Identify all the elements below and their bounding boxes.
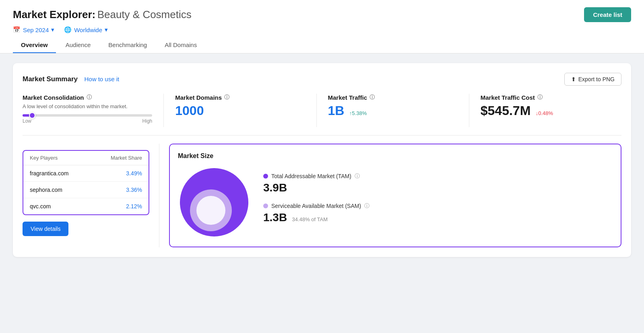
- market-traffic-cost-section: Market Traffic Cost ⓘ $545.7M ↓0.48%: [469, 94, 621, 127]
- cost-change: ↓0.48%: [536, 110, 553, 116]
- market-size-chart: [178, 166, 250, 238]
- tab-all-domains[interactable]: All Domains: [157, 37, 205, 53]
- key-players-section: Key Players Market Share fragrantica.com…: [23, 144, 159, 247]
- export-icon: ⬆: [571, 76, 576, 82]
- table-row: fragrantica.com 3.49%: [23, 165, 149, 182]
- market-domains-value: 1000: [175, 103, 305, 118]
- tab-audience[interactable]: Audience: [58, 37, 99, 53]
- globe-icon: 🌐: [64, 26, 72, 33]
- tab-overview[interactable]: Overview: [13, 37, 56, 53]
- market-size-section: Market Size: [159, 144, 621, 247]
- info-icon-domains[interactable]: ⓘ: [224, 94, 229, 101]
- info-icon-sam[interactable]: ⓘ: [364, 202, 369, 210]
- card-title: Market Summary: [23, 75, 78, 83]
- market-traffic-cost-value: $545.7M: [481, 103, 531, 118]
- create-list-button[interactable]: Create list: [584, 7, 631, 22]
- view-details-button[interactable]: View details: [23, 222, 68, 236]
- chevron-down-icon: ▾: [51, 26, 54, 33]
- calendar-icon: 📅: [13, 26, 21, 33]
- tabs: Overview Audience Benchmarking All Domai…: [13, 37, 631, 53]
- table-row: sephora.com 3.36%: [23, 182, 149, 198]
- info-icon-cost[interactable]: ⓘ: [537, 94, 543, 101]
- sam-dot: [263, 204, 268, 208]
- info-icon-tam[interactable]: ⓘ: [355, 173, 360, 180]
- date-filter[interactable]: 📅 Sep 2024 ▾: [13, 26, 54, 33]
- market-size-stats: Total Addressable Market (TAM) ⓘ 3.9B Se…: [263, 173, 613, 232]
- market-domains-section: Market Domains ⓘ 1000: [164, 94, 316, 127]
- table-row: qvc.com 2.12%: [23, 198, 149, 214]
- how-to-use-link[interactable]: How to use it: [84, 76, 119, 82]
- region-filter[interactable]: 🌐 Worldwide ▾: [64, 26, 108, 33]
- info-icon-traffic[interactable]: ⓘ: [369, 94, 375, 101]
- market-traffic-section: Market Traffic ⓘ 1B ↑5.38%: [317, 94, 469, 127]
- tab-benchmarking[interactable]: Benchmarking: [100, 37, 155, 53]
- key-players-table: Key Players Market Share fragrantica.com…: [23, 150, 149, 215]
- traffic-change: ↑5.38%: [349, 110, 367, 116]
- info-icon[interactable]: ⓘ: [87, 94, 92, 101]
- page-title: Market Explorer: Beauty & Cosmetics: [13, 8, 192, 21]
- export-button[interactable]: ⬆ Export to PNG: [564, 73, 621, 86]
- consolidation-slider[interactable]: Low High: [23, 114, 152, 124]
- svg-point-2: [196, 196, 225, 225]
- market-traffic-value: 1B: [328, 103, 345, 118]
- chevron-down-icon: ▾: [105, 26, 108, 33]
- market-consolidation-section: Market Consolidation ⓘ A low level of co…: [23, 94, 164, 127]
- tam-dot: [263, 174, 268, 179]
